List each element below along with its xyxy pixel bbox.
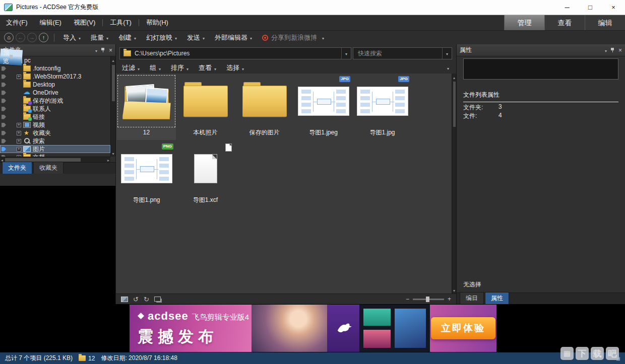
- tree-vertical-scrollbar[interactable]: [110, 56, 115, 157]
- expand-icon[interactable]: [17, 139, 21, 143]
- file-item-daotu1-xcf[interactable]: 导图1.xcf: [176, 142, 235, 207]
- menu-view[interactable]: 视图(V): [68, 15, 101, 30]
- address-dropdown-button[interactable]: [341, 48, 351, 59]
- close-button[interactable]: ×: [602, 0, 625, 15]
- tab-manage[interactable]: 管理: [504, 15, 544, 30]
- quick-search-box[interactable]: 快速搜索: [353, 47, 452, 59]
- up-button[interactable]: ↑: [39, 33, 48, 42]
- try-now-button[interactable]: 立即体验: [431, 317, 495, 339]
- menu-file[interactable]: 文件(F): [0, 15, 34, 30]
- tab-catalog[interactable]: 编目: [460, 292, 484, 304]
- tree-item-contacts[interactable]: 联系人: [0, 105, 110, 113]
- select-marker-icon[interactable]: [2, 75, 6, 79]
- slideshow-button[interactable]: 幻灯放映: [141, 31, 182, 45]
- file-item-daotu1-jpg[interactable]: JPG 导图1.jpg: [353, 75, 412, 140]
- toolbar-overflow-icon[interactable]: [322, 34, 324, 41]
- file-item-daotu1-png[interactable]: PNG 导图1.png: [117, 142, 176, 207]
- tree-item-desktop[interactable]: Desktop: [0, 81, 110, 89]
- zoom-slider[interactable]: [413, 299, 444, 300]
- search-dropdown-button[interactable]: [442, 48, 452, 59]
- tab-favorites[interactable]: 收藏夹: [33, 162, 64, 174]
- rotate-left-icon[interactable]: ↺: [133, 294, 139, 305]
- select-marker-icon[interactable]: [2, 66, 6, 71]
- tree-item-favorites[interactable]: 收藏夹: [0, 129, 110, 137]
- tree-item-pictures[interactable]: 图片: [0, 145, 110, 153]
- pin-icon[interactable]: [9, 55, 14, 60]
- maximize-button[interactable]: □: [579, 0, 602, 15]
- back-button[interactable]: ←: [16, 33, 25, 42]
- scroll-down-icon[interactable]: [453, 286, 455, 294]
- pin-icon[interactable]: [610, 48, 615, 52]
- tab-view[interactable]: 查看: [544, 15, 585, 30]
- search-placeholder[interactable]: 快速搜索: [353, 49, 442, 58]
- scrollbar-thumb[interactable]: [453, 82, 456, 127]
- import-button[interactable]: 导入: [58, 31, 86, 45]
- close-panel-icon[interactable]: [17, 54, 21, 61]
- tab-folders[interactable]: 文件夹: [2, 162, 32, 174]
- expand-icon[interactable]: [17, 123, 21, 127]
- select-marker-icon[interactable]: [2, 123, 6, 127]
- panel-menu-icon[interactable]: [95, 47, 97, 54]
- file-item-local-photos[interactable]: 本机照片: [176, 75, 235, 140]
- scrollbar-thumb[interactable]: [112, 65, 115, 101]
- file-item-daotu1-jpeg[interactable]: JPG 导图1.jpeg: [294, 75, 353, 140]
- select-marker-icon[interactable]: [2, 147, 6, 152]
- zoom-out-button[interactable]: −: [406, 296, 409, 303]
- select-marker-icon[interactable]: [2, 131, 6, 135]
- ad-banner[interactable]: acdsee 飞鸟剪辑专业版4 震撼发布 立即体验: [130, 305, 496, 352]
- grid-vertical-scrollbar[interactable]: [452, 74, 456, 294]
- select-marker-icon[interactable]: [2, 107, 6, 111]
- create-button[interactable]: 创建: [113, 31, 141, 45]
- tree-item-saved-games[interactable]: 保存的游戏: [0, 97, 110, 105]
- tree-item-webstorm[interactable]: .WebStorm2017.3: [0, 72, 110, 81]
- tab-edit[interactable]: 编辑: [585, 15, 625, 30]
- tree-item-videos[interactable]: 视频: [0, 121, 110, 129]
- home-button[interactable]: ⌂: [4, 33, 14, 42]
- thumbnail-view-icon[interactable]: [121, 297, 128, 302]
- tab-properties[interactable]: 属性: [485, 292, 509, 304]
- rotate-right-icon[interactable]: ↻: [144, 294, 149, 305]
- expand-icon[interactable]: [17, 131, 21, 135]
- tree-item-links[interactable]: 链接: [0, 113, 110, 121]
- share-weibo-button[interactable]: 分享到新浪微博: [257, 33, 322, 42]
- scroll-up-icon[interactable]: [112, 56, 114, 63]
- stack-icon[interactable]: [154, 297, 161, 302]
- address-bar[interactable]: C:\Users\pc\Pictures: [119, 47, 351, 59]
- zoom-slider-thumb[interactable]: [426, 297, 429, 302]
- external-editor-button[interactable]: 外部编辑器: [210, 31, 257, 45]
- pin-icon[interactable]: [101, 48, 105, 52]
- address-path[interactable]: C:\Users\pc\Pictures: [135, 50, 341, 57]
- scrollbar-thumb[interactable]: [5, 158, 81, 162]
- menu-edit[interactable]: 编辑(E): [34, 15, 68, 30]
- scroll-down-icon[interactable]: [112, 150, 114, 157]
- zoom-in-button[interactable]: +: [448, 296, 451, 303]
- select-marker-icon[interactable]: [2, 83, 6, 87]
- filter-button[interactable]: 过滤: [122, 63, 140, 72]
- close-panel-icon[interactable]: [109, 47, 112, 54]
- menu-tools[interactable]: 工具(T): [104, 15, 138, 30]
- select-button[interactable]: 选择: [226, 63, 244, 72]
- filter-bar-overflow-icon[interactable]: [447, 64, 449, 71]
- tree-item-onedrive[interactable]: OneDrive: [0, 89, 110, 97]
- expand-icon[interactable]: [17, 147, 21, 152]
- batch-button[interactable]: 批量: [86, 31, 113, 45]
- file-item-folder-12[interactable]: 12: [117, 75, 176, 140]
- panel-menu-icon[interactable]: [605, 47, 607, 54]
- close-panel-icon[interactable]: [618, 47, 622, 54]
- menu-help[interactable]: 帮助(H): [140, 15, 174, 30]
- select-marker-icon[interactable]: [2, 139, 6, 143]
- select-marker-icon[interactable]: [2, 115, 6, 119]
- scroll-up-icon[interactable]: [453, 74, 455, 81]
- forward-button[interactable]: →: [27, 33, 37, 42]
- group-button[interactable]: 组: [150, 63, 161, 72]
- tree-item-documents[interactable]: 文档: [0, 153, 110, 157]
- sort-button[interactable]: 排序: [171, 63, 189, 72]
- minimize-button[interactable]: ─: [555, 0, 579, 15]
- file-item-saved-pictures[interactable]: 保存的图片: [235, 75, 294, 140]
- select-marker-icon[interactable]: [2, 99, 6, 103]
- send-button[interactable]: 发送: [182, 31, 210, 45]
- view-button[interactable]: 查看: [199, 63, 216, 72]
- expand-icon[interactable]: [17, 75, 21, 79]
- select-marker-icon[interactable]: [2, 91, 6, 95]
- tree-item-search[interactable]: 搜索: [0, 137, 110, 145]
